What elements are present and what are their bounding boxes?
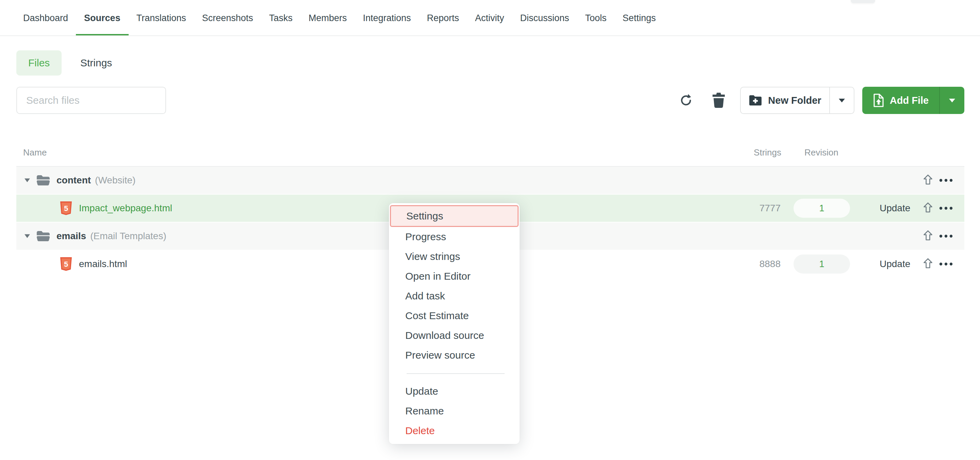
menu-item-download-source[interactable]: Download source (389, 326, 520, 345)
nav-item-settings[interactable]: Settings (623, 0, 656, 36)
sources-files-page: Dashboard Sources Translations Screensho… (0, 0, 980, 460)
upload-icon[interactable] (923, 174, 933, 186)
upload-icon[interactable] (923, 230, 933, 242)
nav-item-screenshots[interactable]: Screenshots (202, 0, 253, 36)
update-link[interactable]: Update (880, 203, 910, 214)
folder-suffix: (Email Templates) (90, 231, 166, 241)
column-header-revision: Revision (804, 147, 838, 158)
nav-item-translations[interactable]: Translations (137, 0, 186, 36)
row-menu-icon[interactable] (939, 233, 953, 239)
new-folder-button[interactable]: New Folder (740, 87, 854, 114)
menu-item-settings[interactable]: Settings (390, 205, 519, 227)
svg-text:5: 5 (64, 260, 68, 269)
chevron-down-icon[interactable] (24, 234, 30, 238)
chevron-down-icon (949, 99, 955, 102)
new-folder-label: New Folder (768, 95, 821, 106)
folder-name[interactable]: content(Website) (56, 175, 135, 186)
nav-item-dashboard[interactable]: Dashboard (23, 0, 68, 36)
add-file-button[interactable]: Add File (862, 87, 964, 114)
nav-item-reports[interactable]: Reports (427, 0, 459, 36)
menu-item-progress[interactable]: Progress (389, 227, 520, 247)
menu-item-update[interactable]: Update (389, 381, 520, 401)
upload-icon[interactable] (923, 202, 933, 214)
menu-item-view-strings[interactable]: View strings (389, 247, 520, 266)
menu-divider (407, 373, 504, 374)
menu-item-cost-estimate[interactable]: Cost Estimate (389, 306, 520, 326)
file-name-link[interactable]: emails.html (79, 259, 127, 269)
trash-icon (712, 92, 725, 108)
file-upload-icon (873, 93, 885, 108)
html5-file-icon: 5 (60, 257, 72, 271)
folder-name-text: emails (56, 231, 86, 241)
add-file-main[interactable]: Add File (862, 87, 939, 114)
nav-item-tools[interactable]: Tools (585, 0, 607, 36)
update-link[interactable]: Update (880, 259, 910, 269)
nav-item-discussions[interactable]: Discussions (520, 0, 569, 36)
file-context-menu: Settings Progress View strings Open in E… (389, 203, 520, 444)
menu-item-open-in-editor[interactable]: Open in Editor (389, 266, 520, 286)
chevron-down-icon (839, 99, 845, 102)
nav-item-activity[interactable]: Activity (475, 0, 504, 36)
tab-files[interactable]: Files (16, 50, 62, 76)
menu-item-add-task[interactable]: Add task (389, 286, 520, 306)
folder-suffix: (Website) (95, 175, 135, 185)
column-header-strings: Strings (721, 147, 781, 158)
new-folder-dropdown[interactable] (829, 88, 854, 113)
revision-badge: 1 (794, 255, 850, 274)
row-menu-icon[interactable] (939, 205, 953, 211)
new-folder-main[interactable]: New Folder (741, 88, 829, 113)
nav-item-sources[interactable]: Sources (84, 0, 121, 36)
folder-icon (36, 175, 50, 186)
row-menu-icon[interactable] (939, 261, 953, 267)
table-row-folder-content[interactable]: content(Website) (16, 167, 964, 194)
revision-badge: 1 (794, 199, 850, 218)
refresh-icon (679, 93, 694, 108)
chevron-down-icon[interactable] (24, 178, 30, 182)
strings-count: 7777 (759, 203, 781, 214)
folder-icon (36, 230, 50, 242)
svg-text:5: 5 (64, 204, 68, 213)
folder-name[interactable]: emails(Email Templates) (56, 231, 166, 242)
row-menu-icon[interactable] (939, 177, 953, 183)
refresh-button[interactable] (672, 87, 700, 114)
add-file-dropdown[interactable] (939, 87, 964, 114)
nav-item-tasks[interactable]: Tasks (269, 0, 293, 36)
menu-item-preview-source[interactable]: Preview source (389, 345, 520, 365)
new-folder-icon (749, 94, 762, 107)
tab-strings[interactable]: Strings (76, 50, 116, 76)
file-name-link[interactable]: Impact_webpage.html (79, 203, 172, 214)
nav-item-members[interactable]: Members (309, 0, 347, 36)
nav-bottom-border (0, 35, 980, 36)
upload-icon[interactable] (923, 258, 933, 270)
folder-name-text: content (56, 175, 91, 185)
nav-item-integrations[interactable]: Integrations (363, 0, 411, 36)
project-nav: Dashboard Sources Translations Screensho… (0, 0, 980, 36)
search-input[interactable] (16, 87, 166, 114)
menu-item-delete[interactable]: Delete (389, 421, 520, 441)
strings-count: 8888 (759, 259, 781, 269)
add-file-label: Add File (890, 95, 929, 106)
column-header-name: Name (23, 147, 47, 158)
menu-item-rename[interactable]: Rename (389, 401, 520, 421)
delete-selected-button[interactable] (705, 87, 732, 114)
html5-file-icon: 5 (60, 201, 72, 215)
